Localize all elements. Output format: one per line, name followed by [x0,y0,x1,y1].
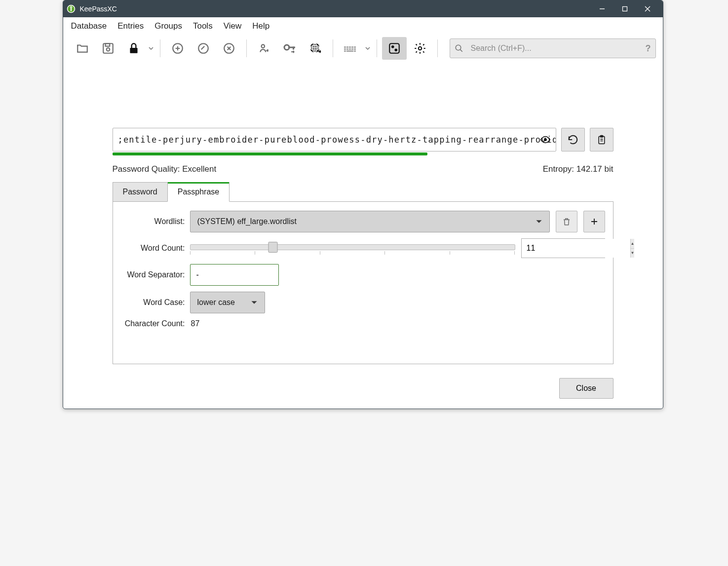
menu-tools[interactable]: Tools [193,21,213,31]
search-input[interactable] [450,38,656,58]
separator [160,39,160,57]
svg-point-39 [544,138,547,141]
svg-point-12 [198,43,208,53]
svg-rect-17 [293,47,294,50]
maximize-button[interactable] [613,2,636,16]
svg-rect-23 [349,46,351,48]
svg-rect-27 [346,48,348,50]
svg-rect-21 [344,46,346,48]
password-generator-button[interactable] [382,37,407,60]
passphrase-panel: Wordlist: (SYSTEM) eff_large.wordlist [113,201,613,364]
separator [377,39,377,57]
copy-url-button[interactable] [303,37,328,60]
separator-input[interactable] [190,264,279,286]
svg-rect-5 [600,8,605,9]
autotype-button[interactable] [338,37,363,60]
entropy-label: Entropy: 142.17 bit [543,164,613,174]
svg-point-4 [71,7,72,8]
svg-rect-9 [105,43,110,46]
search-icon [455,44,463,53]
autotype-dropdown[interactable] [364,46,372,51]
toggle-visibility-button[interactable] [540,134,551,145]
wordcount-slider[interactable] [190,242,515,255]
save-db-button[interactable] [96,37,120,60]
lock-dropdown[interactable] [147,46,155,51]
svg-point-8 [106,48,110,51]
lock-db-button[interactable] [121,37,146,60]
svg-rect-41 [600,136,603,137]
menu-database[interactable]: Database [71,21,107,31]
spin-down[interactable]: ▼ [631,249,635,258]
svg-rect-31 [344,50,346,52]
svg-rect-33 [354,50,356,52]
password-text: ;entile-perjury-embroider-pureblood-prow… [118,135,556,145]
quality-label: Password Quality: Excellent [113,164,217,174]
wordcase-value: lower case [197,298,235,307]
separator [333,39,333,57]
titlebar: KeePassXC [63,0,663,17]
separator [246,39,247,57]
chevron-down-icon [536,218,542,225]
app-icon [66,4,76,14]
strength-fill [113,152,427,155]
svg-rect-29 [351,48,353,50]
tab-passphrase[interactable]: Passphrase [167,182,230,202]
menu-help[interactable]: Help [252,21,269,31]
svg-rect-24 [351,46,353,48]
regenerate-button[interactable] [561,128,585,151]
svg-rect-28 [349,48,351,50]
svg-rect-26 [344,48,346,50]
tab-password[interactable]: Password [113,182,168,202]
copy-button[interactable] [590,128,613,151]
charcount-value: 87 [190,319,200,328]
wordcase-select[interactable]: lower case [190,292,265,313]
minimize-button[interactable] [591,2,613,16]
help-icon[interactable]: ? [646,43,651,54]
menubar: Database Entries Groups Tools View Help [63,17,663,35]
add-wordlist-button[interactable] [583,211,605,232]
password-display[interactable]: ;entile-perjury-embroider-pureblood-prow… [113,128,556,151]
open-db-button[interactable] [70,37,95,60]
svg-rect-22 [346,46,348,48]
svg-point-38 [456,45,461,50]
menu-entries[interactable]: Entries [117,21,144,31]
svg-point-36 [395,49,396,51]
settings-button[interactable] [408,37,432,60]
search-wrap: ? [450,38,656,58]
slider-thumb[interactable] [268,242,278,253]
svg-rect-30 [354,48,356,50]
edit-entry-button[interactable] [191,37,216,60]
spin-up[interactable]: ▲ [631,239,635,249]
close-button[interactable]: Close [559,378,613,399]
delete-wordlist-button[interactable] [556,211,577,232]
wordlist-value: (SYSTEM) eff_large.wordlist [197,217,297,226]
wordcount-input[interactable] [522,239,630,258]
svg-rect-34 [389,43,399,53]
svg-rect-32 [346,50,353,52]
menu-view[interactable]: View [224,21,242,31]
separator [437,39,438,57]
separator-label: Word Separator: [121,270,190,279]
strength-bar [113,152,556,155]
wordlist-label: Wordlist: [121,217,190,226]
app-window: KeePassXC Database Entries Groups Tools … [63,0,663,409]
svg-point-35 [392,46,393,47]
wordcount-spinbox[interactable]: ▲ ▼ [521,238,605,258]
menu-groups[interactable]: Groups [154,21,182,31]
svg-rect-25 [354,46,356,48]
copy-username-button[interactable] [252,37,276,60]
delete-entry-button[interactable] [217,37,241,60]
wordcase-label: Word Case: [121,298,190,307]
svg-rect-10 [130,48,137,53]
close-window-button[interactable] [636,2,659,16]
wordlist-select[interactable]: (SYSTEM) eff_large.wordlist [190,211,550,232]
copy-password-button[interactable] [277,37,302,60]
toolbar: ? [63,35,663,63]
wordcount-label: Word Count: [121,244,190,253]
chevron-down-icon [251,299,258,306]
window-title: KeePassXC [80,5,591,13]
svg-point-37 [418,47,421,50]
generator-panel: ;entile-perjury-embroider-pureblood-prow… [63,63,663,409]
svg-rect-6 [622,7,627,11]
new-entry-button[interactable] [165,37,190,60]
